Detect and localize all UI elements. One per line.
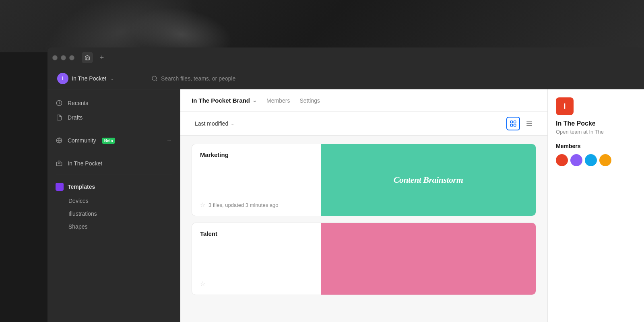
member-avatar-2 <box>570 154 582 166</box>
sort-chevron-icon: ⌄ <box>231 121 234 126</box>
panel-members-title: Members <box>556 143 636 149</box>
svg-rect-7 <box>58 163 60 164</box>
traffic-light-red[interactable] <box>52 55 58 60</box>
project-files-marketing: 3 files, updated 3 minutes ago <box>208 202 278 208</box>
team-name-label: In The Pocket Brand <box>192 97 250 104</box>
traffic-light-yellow[interactable] <box>61 55 66 60</box>
svg-rect-8 <box>510 121 512 123</box>
workspace-avatar: I <box>57 73 68 84</box>
panel-org-sub: Open team at In The <box>556 129 636 135</box>
templates-label: Templates <box>68 184 95 190</box>
right-panel: I In The Pocke Open team at In The Membe… <box>547 89 644 322</box>
project-thumbnail-talent <box>321 223 536 295</box>
star-icon-talent[interactable]: ☆ <box>200 280 205 287</box>
panel-org-logo: I <box>556 97 574 115</box>
project-name-marketing: Marketing <box>200 151 313 158</box>
drafts-label: Drafts <box>68 114 83 121</box>
member-avatar-3 <box>585 154 597 166</box>
project-name-talent: Talent <box>200 230 313 237</box>
sidebar-divider-3 <box>56 175 172 175</box>
workspace-selector[interactable]: I In The Pocket ⌄ <box>54 71 147 86</box>
search-placeholder: Search files, teams, or people <box>161 75 235 82</box>
search-bar[interactable]: Search files, teams, or people <box>147 73 638 84</box>
project-thumbnail-marketing: Content Brainstorm <box>321 144 536 216</box>
globe-icon <box>56 137 63 144</box>
beta-badge: Beta <box>102 138 116 144</box>
content-toolbar: Last modified ⌄ <box>180 112 547 136</box>
svg-rect-11 <box>514 124 516 126</box>
project-meta-talent: ☆ <box>200 280 313 287</box>
sidebar-item-drafts[interactable]: Drafts <box>47 110 180 125</box>
workspace-chevron-icon: ⌄ <box>110 76 114 81</box>
team-chevron-icon: ⌄ <box>252 97 257 103</box>
svg-rect-10 <box>510 124 512 126</box>
traffic-lights <box>52 55 74 60</box>
sidebar-sub-item-devices[interactable]: Devices <box>47 194 180 207</box>
sort-button[interactable]: Last modified ⌄ <box>192 119 237 128</box>
panel-org-name: In The Pocke <box>556 120 636 127</box>
view-toggles <box>506 117 536 130</box>
background-top <box>0 0 644 52</box>
star-icon[interactable]: ☆ <box>200 201 205 208</box>
sidebar-item-templates[interactable]: Templates <box>47 179 180 194</box>
tab-settings[interactable]: Settings <box>299 96 320 105</box>
team-name-button[interactable]: In The Pocket Brand ⌄ <box>192 95 257 105</box>
member-avatar-4 <box>599 154 611 166</box>
sidebar-item-in-the-pocket[interactable]: In The Pocket <box>47 156 180 171</box>
sidebar-divider-2 <box>56 152 172 152</box>
list-view-button[interactable] <box>522 117 536 130</box>
app-header: I In The Pocket ⌄ Search files, teams, o… <box>47 68 644 89</box>
file-icon <box>56 114 63 121</box>
traffic-light-green[interactable] <box>69 55 74 60</box>
project-card-marketing[interactable]: Marketing ☆ 3 files, updated 3 minutes a… <box>192 144 536 216</box>
member-avatar-1 <box>556 154 568 166</box>
sidebar: Recents Drafts Community Beta <box>47 89 180 322</box>
content-area: In The Pocket Brand ⌄ Members Settings L… <box>180 89 547 322</box>
home-button[interactable] <box>82 52 93 63</box>
browser-chrome: + <box>47 47 644 68</box>
in-the-pocket-label: In The Pocket <box>68 160 102 167</box>
project-info-marketing: Marketing ☆ 3 files, updated 3 minutes a… <box>192 144 321 216</box>
main-layout: Recents Drafts Community Beta <box>47 89 644 322</box>
sidebar-divider-1 <box>56 129 172 129</box>
members-list <box>556 154 636 166</box>
search-icon <box>151 75 158 82</box>
sidebar-item-recents[interactable]: Recents <box>47 96 180 110</box>
svg-point-0 <box>152 76 157 80</box>
project-meta-marketing: ☆ 3 files, updated 3 minutes ago <box>200 201 313 208</box>
workspace-name: In The Pocket <box>72 75 106 82</box>
sidebar-item-community[interactable]: Community Beta → <box>47 133 180 148</box>
thumbnail-text-marketing: Content Brainstorm <box>394 175 463 185</box>
svg-line-1 <box>156 80 157 81</box>
sort-label: Last modified <box>195 120 228 127</box>
templates-icon <box>56 183 64 191</box>
sidebar-sub-item-illustrations[interactable]: Illustrations <box>47 207 180 220</box>
sidebar-sub-item-shapes[interactable]: Shapes <box>47 220 180 233</box>
tab-members[interactable]: Members <box>266 96 290 105</box>
clock-icon <box>56 99 63 107</box>
new-tab-button[interactable]: + <box>97 53 107 62</box>
recents-label: Recents <box>68 100 88 106</box>
community-arrow-icon: → <box>166 137 172 144</box>
content-header: In The Pocket Brand ⌄ Members Settings <box>180 89 547 112</box>
building-icon <box>56 160 63 167</box>
project-info-talent: Talent ☆ <box>192 223 321 295</box>
community-label: Community <box>68 137 96 144</box>
svg-rect-9 <box>514 121 516 123</box>
projects-grid: Marketing ☆ 3 files, updated 3 minutes a… <box>180 136 547 322</box>
grid-view-button[interactable] <box>506 117 520 130</box>
project-card-talent[interactable]: Talent ☆ <box>192 223 536 295</box>
